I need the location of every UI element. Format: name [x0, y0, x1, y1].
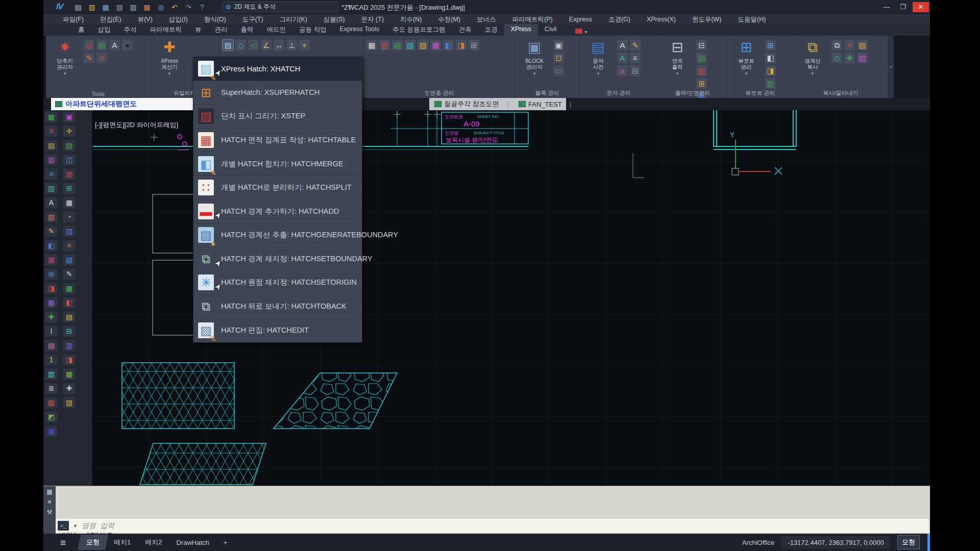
document-tab[interactable]: 철골주각 참조도면 — [429, 99, 513, 109]
qat-icon[interactable]: ▥ — [87, 2, 97, 12]
command-strip-icon[interactable]: ✕ — [47, 498, 52, 506]
side-tool-icon[interactable]: ▥ — [45, 368, 58, 380]
ribbon-tab[interactable]: 주석 — [117, 24, 143, 36]
text-tool-icon[interactable]: ≡ — [630, 53, 641, 63]
tool-icon[interactable]: ↔ — [274, 40, 284, 51]
plot-tool-icon[interactable]: ⊞ — [696, 78, 707, 89]
side-tool-icon[interactable]: ✛ — [63, 126, 76, 137]
qat-icon[interactable]: ◎ — [156, 2, 166, 12]
side-tool-icon[interactable]: ▧ — [63, 397, 76, 409]
viewport-tool-icon[interactable]: ◨ — [765, 65, 776, 76]
side-tool-icon[interactable]: ⊟ — [63, 325, 76, 337]
layer-tool-icon[interactable]: ▤ — [392, 40, 403, 51]
side-tool-icon[interactable]: ◧ — [63, 297, 76, 309]
block-manager-button[interactable]: ▣ BLOCK 관리자 — [519, 39, 550, 87]
block-tool-icon[interactable]: ⊡ — [553, 53, 564, 63]
chevron-down-icon[interactable]: ▼ — [73, 523, 78, 529]
layout-tab[interactable]: DrawHatch — [169, 536, 216, 549]
maximize-button[interactable]: ❐ — [896, 2, 910, 12]
tool-icon[interactable]: ✎ — [84, 53, 94, 63]
side-tool-icon[interactable]: ▩ — [45, 254, 58, 266]
menu-item[interactable]: 윈도우(W) — [687, 15, 727, 24]
layout-tab[interactable]: 배치2 — [138, 535, 169, 550]
side-tool-icon[interactable]: ▨ — [45, 211, 58, 223]
menu-item[interactable]: 보너스 — [472, 15, 501, 24]
boundary-copy-button[interactable]: ⧉ 경계선 복사 — [797, 39, 828, 87]
text-tool-icon[interactable]: A — [617, 53, 628, 63]
menu-item[interactable]: 그리기(K) — [275, 15, 312, 24]
menu-option[interactable]: ▨ ✎ XPress Hatch: XHATCH ➤ — [193, 57, 362, 81]
side-tool-icon[interactable]: ▤ — [45, 340, 58, 352]
copy-tool-icon[interactable]: ✚ — [844, 53, 855, 63]
side-tool-icon[interactable]: ▤ — [45, 140, 58, 152]
command-input-row[interactable]: >_ ▼ 명령 입력 — [56, 519, 929, 533]
block-tool-icon[interactable]: ▣ — [553, 40, 564, 51]
text-tool-icon[interactable]: ⊟ — [630, 65, 641, 76]
viewport-manager-button[interactable]: ⊞ 뷰포트 관리 — [730, 39, 762, 87]
side-tool-icon[interactable]: ⊞ — [63, 183, 76, 194]
menu-item[interactable]: 도구(T) — [237, 15, 268, 24]
menu-item[interactable]: 심볼(S) — [318, 15, 350, 24]
block-tool-icon[interactable]: ▭ — [553, 65, 564, 76]
side-tool-icon[interactable]: ▥ — [63, 168, 76, 180]
qat-icon[interactable]: ▨ — [128, 2, 138, 12]
xpress-calculator-button[interactable]: ✚ XPress 계산기 — [154, 39, 185, 87]
layout-tab[interactable]: 모형 — [78, 535, 108, 550]
layer-tool-icon[interactable]: ⊞ — [469, 40, 479, 51]
document-tab[interactable]: FAN_TEST — [513, 101, 576, 108]
model-space-badge[interactable]: 모형 — [897, 535, 920, 549]
workspace-switcher[interactable]: ⚙ 2D 제도 & 주석 — [222, 2, 338, 12]
ribbon-tab[interactable]: 홈 — [71, 24, 91, 36]
side-tool-icon[interactable]: ≡ — [45, 168, 58, 180]
side-tool-icon[interactable]: ▦ — [45, 111, 58, 123]
qat-icon[interactable]: ▤ — [73, 2, 83, 12]
tool-icon[interactable]: ▨ — [223, 40, 233, 51]
menu-item[interactable]: 수정(M) — [433, 15, 465, 24]
menu-item[interactable]: 도움말(H) — [733, 15, 771, 24]
ribbon-tab[interactable]: 주요 응용프로그램 — [386, 24, 452, 36]
menu-option[interactable]: ✳ HATCH 원점 재지정: HATCHSETORIGIN ➤ — [193, 271, 362, 295]
qat-icon[interactable]: ↷ — [183, 2, 193, 12]
text-tool-icon[interactable]: ✎ — [630, 40, 641, 51]
side-tool-icon[interactable]: ▨ — [63, 254, 76, 266]
side-tool-icon[interactable]: ▣ — [63, 111, 76, 123]
menu-item[interactable]: 파라메트릭(P) — [507, 15, 558, 24]
tool-icon[interactable]: ● — [122, 40, 133, 51]
side-tool-icon[interactable]: ▧ — [45, 183, 58, 194]
side-tool-icon[interactable]: ▧ — [45, 397, 58, 409]
menu-item[interactable]: 편집(E) — [95, 15, 127, 24]
menu-item[interactable]: 삽입(I) — [164, 15, 193, 24]
side-tool-icon[interactable]: I — [45, 325, 58, 337]
side-tool-icon[interactable]: ◫ — [63, 154, 76, 166]
tool-icon[interactable]: ∠ — [261, 40, 272, 51]
command-input[interactable]: 명령 입력 — [82, 521, 114, 531]
layout-tab[interactable]: 배치1 — [107, 535, 138, 550]
side-tool-icon[interactable]: ▩ — [63, 283, 76, 294]
menu-option[interactable]: ⧉ HATCH 경계 재지정: HATCHSETBOUNDARY ➤ — [193, 247, 362, 271]
side-tool-icon[interactable]: ◨ — [45, 283, 58, 294]
side-tool-icon[interactable]: ≣ — [45, 383, 58, 394]
qat-icon[interactable]: ▩ — [142, 2, 152, 12]
tool-icon[interactable]: ⊥ — [286, 40, 297, 51]
ribbon-scroll-button[interactable]: » — [888, 36, 894, 98]
side-tool-icon[interactable]: ⊞ — [45, 268, 58, 280]
side-tool-icon[interactable]: ≡ — [63, 240, 76, 252]
menu-item[interactable]: 문자 (T) — [356, 15, 389, 24]
viewport-controls-label[interactable]: [-][평면도][2D 와이어프레임] — [95, 120, 178, 130]
menu-item[interactable]: 뷰(V) — [133, 15, 158, 24]
side-tool-icon[interactable]: ◧ — [45, 240, 58, 252]
side-tool-icon[interactable]: ▤ — [63, 140, 76, 152]
text-tool-icon[interactable]: A — [617, 40, 628, 51]
text-dictionary-button[interactable]: ▤ 문자 사전 — [582, 39, 614, 87]
ribbon-overflow-button[interactable]: ▾ — [572, 28, 590, 36]
tool-icon[interactable]: ▤ — [96, 40, 107, 51]
ribbon-tab[interactable]: 공동 작업 — [292, 24, 333, 36]
ribbon-tab[interactable]: 삽입 — [91, 24, 117, 36]
qat-icon[interactable]: ▧ — [114, 2, 125, 12]
menu-option[interactable]: ◧ ✎ 개별 HATCH 합치기: HATCHMERGE ➤ — [193, 152, 362, 176]
tool-icon[interactable]: ✕ — [96, 53, 107, 63]
menu-option[interactable]: ⧉ HATCH 뒤로 보내기: HATCHTOBACK ➤ — [193, 295, 362, 319]
ribbon-tab[interactable]: XPress — [504, 24, 538, 36]
plot-tool-icon[interactable]: ▤ — [696, 53, 707, 63]
document-tab-active[interactable]: 아파트단위세대평면도 — [51, 98, 193, 110]
